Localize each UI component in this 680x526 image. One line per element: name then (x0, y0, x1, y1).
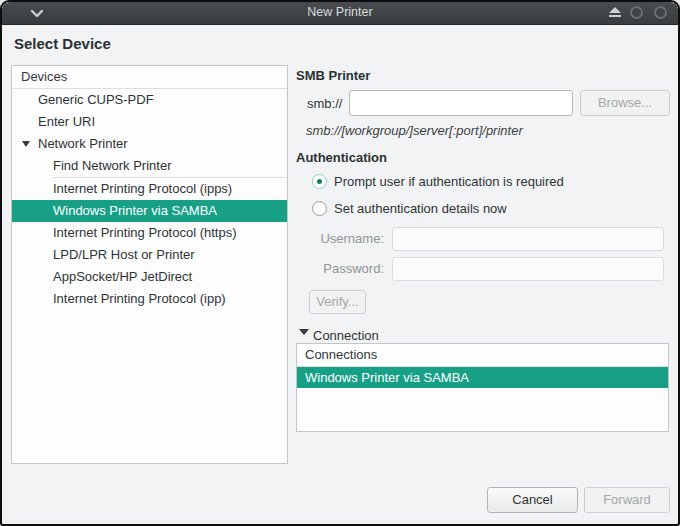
devices-list-header: Devices (12, 66, 287, 89)
smb-address-input[interactable] (349, 90, 573, 116)
radio-label: Set authentication details now (334, 201, 507, 217)
device-row-ipp[interactable]: Internet Printing Protocol (ipp) (12, 288, 287, 310)
connection-section-title[interactable]: Connection (313, 328, 379, 343)
cancel-button[interactable]: Cancel (487, 487, 578, 513)
close-icon[interactable] (654, 6, 667, 19)
device-label: Network Printer (38, 133, 128, 155)
device-label: Windows Printer via SAMBA (53, 200, 217, 222)
device-label: Internet Printing Protocol (ipp) (53, 288, 226, 310)
window-title: New Printer (2, 5, 678, 19)
smb-section-title: SMB Printer (296, 68, 370, 83)
verify-button: Verify... (309, 290, 366, 314)
device-label: Generic CUPS-PDF (38, 89, 154, 111)
new-printer-dialog: New Printer Select Device Devices Generi… (0, 0, 680, 526)
device-row-network-printer[interactable]: Network Printer (12, 133, 287, 155)
radio-set-auth[interactable] (312, 201, 327, 216)
device-row-ipps[interactable]: Internet Printing Protocol (ipps) (12, 178, 287, 200)
page-title: Select Device (14, 35, 111, 52)
device-row-find-network-printer[interactable]: Find Network Printer (12, 155, 287, 177)
device-label: AppSocket/HP JetDirect (53, 266, 192, 288)
forward-button: Forward (584, 487, 670, 513)
device-label: LPD/LPR Host or Printer (53, 244, 195, 266)
device-row-appsocket[interactable]: AppSocket/HP JetDirect (12, 266, 287, 288)
connection-row-samba[interactable]: Windows Printer via SAMBA (297, 367, 668, 388)
titlebar[interactable]: New Printer (2, 2, 678, 25)
device-row-enter-uri[interactable]: Enter URI (12, 111, 287, 133)
radio-label: Prompt user if authentication is require… (334, 174, 564, 190)
device-row-lpd[interactable]: LPD/LPR Host or Printer (12, 244, 287, 266)
device-label: Internet Printing Protocol (https) (53, 222, 237, 244)
username-label: Username: (296, 231, 384, 246)
radio-row-set-auth[interactable]: Set authentication details now (312, 201, 662, 217)
connections-list-header: Connections (297, 344, 668, 367)
device-label: Find Network Printer (53, 155, 171, 177)
device-row-https[interactable]: Internet Printing Protocol (https) (12, 222, 287, 244)
username-field (392, 227, 664, 251)
radio-row-prompt[interactable]: Prompt user if authentication is require… (312, 174, 662, 190)
auth-section-title: Authentication (296, 150, 387, 165)
devices-list: Devices Generic CUPS-PDF Enter URI Netwo… (11, 65, 288, 464)
maximize-icon[interactable] (630, 6, 643, 19)
connection-expander-icon[interactable] (299, 329, 309, 335)
smb-uri-hint: smb://[workgroup/]server[:port]/printer (306, 123, 523, 138)
expander-arrow-icon[interactable] (22, 141, 30, 147)
smb-scheme-label: smb:// (307, 96, 342, 111)
radio-prompt-auth[interactable] (312, 174, 327, 189)
device-label: Enter URI (38, 111, 95, 133)
browse-button: Browse... (580, 90, 670, 116)
password-field (392, 257, 664, 281)
connections-list: Connections Windows Printer via SAMBA (296, 343, 669, 432)
device-row-samba[interactable]: Windows Printer via SAMBA (12, 200, 287, 222)
device-row-generic-cups-pdf[interactable]: Generic CUPS-PDF (12, 89, 287, 111)
eject-icon[interactable] (608, 7, 621, 19)
device-label: Internet Printing Protocol (ipps) (53, 178, 232, 200)
password-label: Password: (296, 261, 384, 276)
